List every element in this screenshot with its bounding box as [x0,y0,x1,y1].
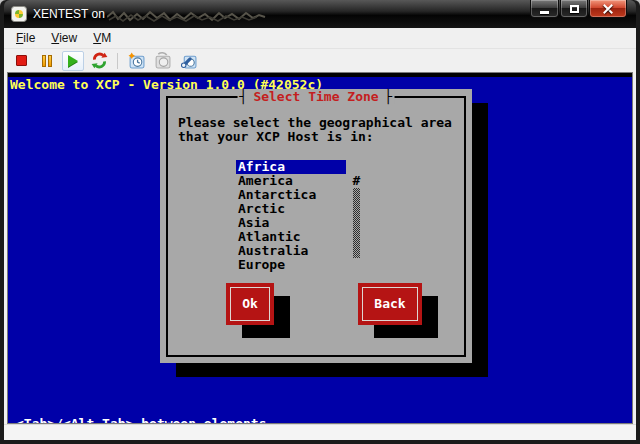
stop-icon [16,55,27,66]
border-tick-left: ┤ [240,89,248,104]
dialog-title: ┤Select Time Zone├ [238,90,395,104]
menubar: File View VM [4,28,636,49]
back-button-wrap: Back [358,283,422,325]
listbox-item-atlantic[interactable]: Atlantic [236,230,346,244]
play-icon [68,55,78,67]
maximize-button[interactable] [560,0,588,18]
xencenter-app-icon [11,6,27,22]
pause-icon [42,55,52,67]
toolbar [4,49,636,72]
timezone-dialog: ┤Select Time Zone├ Please select the geo… [160,89,472,363]
shutdown-button[interactable] [10,51,32,71]
snapshot-manager-button[interactable] [177,51,199,71]
listbox-item-arctic[interactable]: Arctic [236,202,346,216]
console-screen[interactable]: Welcome to XCP - Version 1.0.0 (#42052c)… [8,73,632,423]
take-snapshot-button[interactable] [125,51,147,71]
listbox-item-america[interactable]: America [236,174,346,188]
help-bar: <Tab>/<Alt-Tab> between elements ¦ ¦ <F1… [8,403,632,417]
pause-button[interactable] [36,51,58,71]
close-icon [602,4,614,14]
menu-item-view[interactable]: View [43,29,85,47]
menu-item-file[interactable]: File [8,29,43,47]
window-controls [529,0,627,18]
revert-snapshot-button[interactable] [151,51,173,71]
resume-button[interactable] [62,51,84,71]
help-text-tab: <Tab>/<Alt-Tab> between elements [16,417,266,423]
window-title: XENTEST on [33,7,105,21]
redacted-title-scribble [107,8,267,24]
timezone-listbox: Africa America Antarctica Arctic Asia At… [236,160,346,272]
titlebar[interactable]: XENTEST on [4,0,636,28]
listbox-item-europe[interactable]: Europe [236,258,346,272]
force-reboot-button[interactable] [88,51,110,71]
menu-item-vm[interactable]: VM [85,29,119,47]
ok-button[interactable]: Ok [226,283,274,325]
listbox-item-asia[interactable]: Asia [236,216,346,230]
snapshot-manager-icon [180,52,197,69]
scrollbar-thumb[interactable]: # [352,174,361,188]
take-snapshot-icon [128,52,145,69]
back-button[interactable]: Back [358,283,422,325]
prompt-line-1: Please select the geographical area [178,116,452,130]
listbox-item-africa[interactable]: Africa [236,160,346,174]
minimize-icon [540,11,549,14]
border-tick-right: ├ [385,89,393,104]
statusbar [4,424,636,440]
prompt-line-2: that your XCP Host is in: [178,130,374,144]
dialog-title-text: Select Time Zone [247,89,384,104]
scrollbar-track[interactable] [353,188,360,258]
revert-snapshot-icon-disabled [154,52,171,69]
minimize-button[interactable] [530,0,559,18]
console-frame: Welcome to XCP - Version 1.0.0 (#42052c)… [7,72,633,424]
ok-button-wrap: Ok [226,283,274,325]
listbox-item-australia[interactable]: Australia [236,244,346,258]
maximize-icon [570,5,579,13]
reboot-icon [91,52,108,69]
listbox-item-antarctica[interactable]: Antarctica [236,188,346,202]
vm-console-window: XENTEST on File View VM [0,0,640,444]
close-button[interactable] [589,0,627,18]
toolbar-separator [117,53,118,69]
client-area: File View VM [4,28,636,440]
